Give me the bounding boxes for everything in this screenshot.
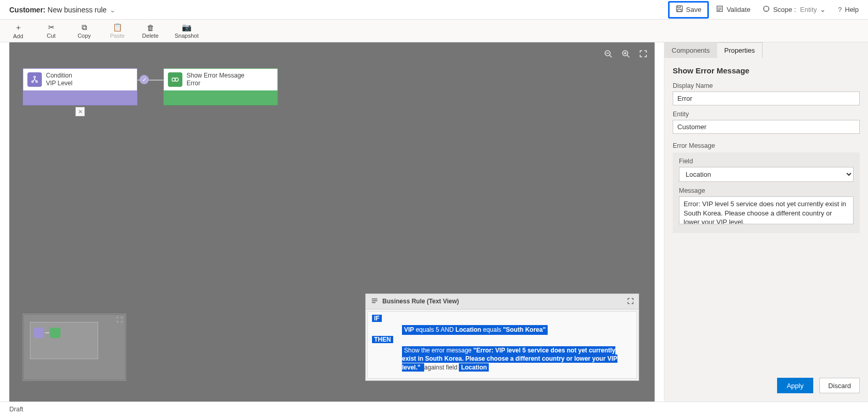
snapshot-label: Snapshot: [175, 33, 198, 39]
scope-icon: [763, 5, 770, 14]
text-view-title: Business Rule (Text View): [382, 298, 459, 305]
error-action-icon: [168, 72, 182, 87]
canvas-column: Condition VIP Level ✓ ✕ Show Error Messa…: [0, 42, 664, 402]
delete-button[interactable]: 🗑 Delete: [142, 23, 159, 39]
apply-button[interactable]: Apply: [777, 378, 813, 393]
error-message-group: Field Location Message: [673, 152, 860, 233]
condition-node[interactable]: Condition VIP Level: [23, 68, 137, 105]
main: Condition VIP Level ✓ ✕ Show Error Messa…: [0, 42, 868, 402]
error-message-group-title: Error Message: [673, 142, 860, 149]
status-draft: Draft: [9, 406, 23, 413]
page-title[interactable]: Customer: New business rule ⌄: [9, 6, 116, 14]
condition-text: VIP equals 5 AND Location equals "South …: [402, 325, 548, 335]
condition-icon: [27, 72, 42, 87]
condition-subtitle: VIP Level: [46, 80, 72, 87]
discard-button[interactable]: Discard: [819, 378, 860, 393]
minimap-condition-node: [34, 328, 44, 338]
help-label: Help: [845, 6, 859, 13]
paste-button[interactable]: 📋 Paste: [109, 23, 126, 39]
toolbar: ＋ Add ✂ Cut ⧉ Copy 📋 Paste 🗑 Delete 📷 Sn…: [0, 20, 868, 42]
validate-button[interactable]: Validate: [711, 2, 755, 18]
chevron-down-icon: ⌄: [820, 6, 826, 13]
condition-title: Condition: [46, 72, 72, 80]
action-node[interactable]: Show Error Message Error: [163, 68, 278, 105]
plus-icon: ＋: [14, 23, 22, 33]
copy-label: Copy: [78, 33, 91, 39]
status-bar: Draft: [0, 402, 868, 416]
title-name: New business rule: [48, 6, 106, 14]
minimap-connector: [45, 332, 49, 333]
text-view-panel: Business Rule (Text View) ⛶ IF VIP equal…: [365, 294, 639, 381]
save-icon: [676, 5, 683, 14]
entity-label: Entity: [673, 111, 860, 118]
minimap-action-node: [50, 328, 60, 338]
cut-label: Cut: [47, 33, 55, 39]
tab-components[interactable]: Components: [664, 42, 717, 58]
field-select[interactable]: Location: [679, 167, 854, 182]
display-name-label: Display Name: [673, 82, 860, 89]
chevron-down-icon: ⌄: [110, 6, 116, 14]
kw-if: IF: [372, 315, 382, 322]
scope-selector[interactable]: Scope : Entity ⌄: [757, 2, 831, 18]
svg-line-9: [627, 55, 629, 57]
copy-button[interactable]: ⧉ Copy: [75, 23, 93, 39]
scope-label: Scope :: [773, 6, 796, 13]
message-textarea[interactable]: [679, 196, 854, 224]
action-band: [164, 90, 277, 105]
snapshot-button[interactable]: 📷 Snapshot: [175, 23, 198, 39]
text-view-icon: [371, 297, 378, 306]
side-panel-footer: Apply Discard: [664, 372, 868, 402]
camera-icon: 📷: [182, 23, 192, 32]
properties-content: Show Error Message Display Name Entity E…: [664, 58, 868, 372]
side-panel: Components Properties Show Error Message…: [664, 42, 868, 402]
canvas-zoom-controls: [604, 50, 647, 60]
copy-icon: ⧉: [82, 23, 87, 32]
delete-label: Delete: [142, 33, 159, 39]
minimap-expand-icon[interactable]: ⛶: [116, 316, 122, 323]
fit-screen-icon[interactable]: [639, 50, 647, 60]
zoom-out-icon[interactable]: [604, 50, 612, 60]
condition-band: [23, 90, 137, 105]
help-button[interactable]: ? Help: [833, 2, 864, 18]
zoom-in-icon[interactable]: [622, 50, 630, 60]
header-actions: Save Validate Scope : Entity ⌄ ? Help: [668, 1, 864, 19]
svg-rect-1: [677, 6, 680, 8]
field-label: Field: [679, 158, 854, 165]
header-bar: Customer: New business rule ⌄ Save Valid…: [0, 0, 868, 20]
text-view-body: IF VIP equals 5 AND Location equals "Sou…: [367, 311, 637, 379]
svg-line-6: [610, 55, 612, 57]
save-label: Save: [686, 6, 702, 13]
svg-rect-2: [677, 9, 681, 11]
connector-true-icon[interactable]: ✓: [140, 75, 149, 84]
designer-canvas[interactable]: Condition VIP Level ✓ ✕ Show Error Messa…: [9, 42, 655, 402]
message-label: Message: [679, 187, 854, 194]
paste-label: Paste: [110, 33, 125, 39]
text-view-header[interactable]: Business Rule (Text View) ⛶: [366, 294, 639, 310]
add-button[interactable]: ＋ Add: [9, 23, 27, 39]
text-view-expand-icon[interactable]: ⛶: [627, 298, 633, 305]
side-panel-tabs: Components Properties: [664, 42, 868, 58]
trash-icon: 🗑: [147, 23, 154, 32]
properties-heading: Show Error Message: [673, 66, 860, 75]
action-title: Show Error Message: [187, 72, 244, 80]
minimap[interactable]: ⛶: [23, 314, 126, 381]
scope-value: Entity: [800, 6, 817, 13]
help-icon: ?: [838, 6, 842, 13]
tab-properties[interactable]: Properties: [717, 42, 763, 58]
save-button[interactable]: Save: [668, 1, 709, 19]
entity-input[interactable]: [673, 120, 860, 134]
add-label: Add: [13, 33, 23, 39]
connector-false-icon[interactable]: ✕: [75, 107, 85, 116]
title-prefix: Customer:: [9, 6, 45, 14]
clipboard-icon: 📋: [113, 23, 122, 32]
action-subtitle: Error: [187, 80, 244, 87]
kw-then: THEN: [372, 336, 393, 343]
validate-icon: [716, 5, 723, 14]
scissors-icon: ✂: [48, 23, 55, 32]
display-name-input[interactable]: [673, 91, 860, 105]
cut-button[interactable]: ✂ Cut: [42, 23, 60, 39]
svg-point-12: [34, 76, 35, 78]
validate-label: Validate: [726, 6, 750, 13]
